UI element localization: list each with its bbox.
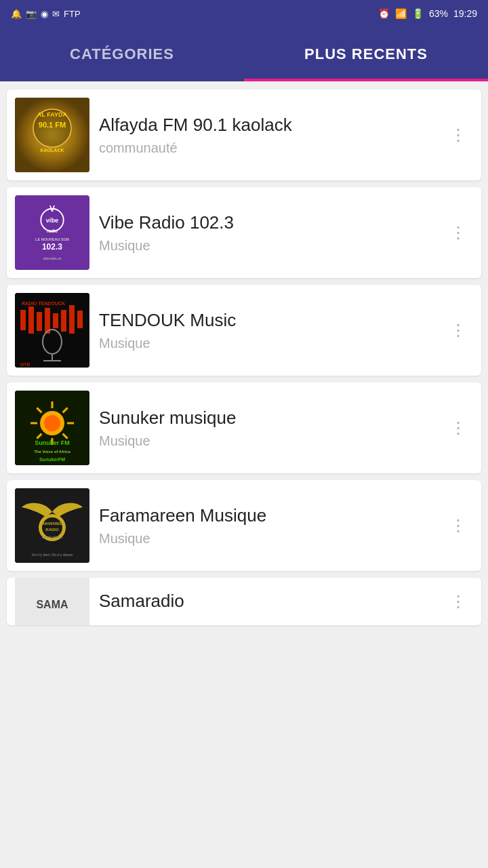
- svg-rect-22: [77, 311, 83, 328]
- svg-rect-15: [20, 310, 26, 330]
- station-info-alfayda: Alfayda FM 90.1 kaolack communauté: [89, 114, 445, 157]
- time: 19:29: [453, 8, 477, 19]
- tab-bar: CATÉGORIES PLUS RECENTS: [0, 27, 488, 81]
- svg-rect-17: [37, 312, 42, 331]
- list-item[interactable]: SAMA Samaradio ⋮: [7, 578, 481, 625]
- more-menu-button[interactable]: ⋮: [445, 219, 472, 246]
- more-menu-button[interactable]: ⋮: [445, 414, 472, 441]
- camera-icon: 📷: [26, 9, 37, 19]
- svg-text:RADIO: RADIO: [45, 528, 59, 532]
- svg-text:102.3: 102.3: [42, 242, 62, 252]
- svg-text:UYE: UYE: [20, 362, 30, 367]
- svg-text:FARAMAREEN: FARAMAREEN: [40, 521, 64, 526]
- station-title: Faramareen Musique: [99, 505, 435, 528]
- alarm-icon: ⏰: [378, 8, 390, 19]
- svg-point-37: [44, 415, 60, 431]
- notification-icon: 🔔: [11, 9, 22, 19]
- station-logo-alfayda: AL FAYDA 90.1 FM KAOLACK: [15, 98, 89, 172]
- station-info-faramareen: Faramareen Musique Musique: [89, 505, 445, 547]
- svg-text:KAOLACK: KAOLACK: [41, 148, 64, 153]
- ftp-icon: FTP: [64, 9, 81, 19]
- list-item[interactable]: FARAMAREEN RADIO On n'y dort... On n'y d…: [7, 480, 481, 571]
- station-title: Sunuker musique: [99, 407, 435, 430]
- station-info-samaradio: Samaradio: [89, 590, 445, 613]
- list-item[interactable]: RADIO TENDOUCK UYE TENDOUK Music Musique…: [7, 285, 481, 376]
- station-logo-samaradio: SAMA: [15, 578, 89, 625]
- more-menu-button[interactable]: ⋮: [445, 512, 472, 539]
- svg-text:vibe: vibe: [46, 217, 59, 224]
- station-logo-sunuker: Sunuker FM The Voice of Africa SunukerFM: [15, 391, 89, 465]
- station-logo-tendouk: RADIO TENDOUCK UYE: [15, 293, 89, 368]
- wifi-icon: 📶: [395, 8, 407, 19]
- station-logo-faramareen: FARAMAREEN RADIO On n'y dort... On n'y d…: [15, 488, 89, 563]
- svg-rect-21: [69, 305, 75, 334]
- svg-rect-20: [61, 310, 66, 332]
- svg-text:AL FAYDA: AL FAYDA: [37, 111, 68, 118]
- station-info-tendouk: TENDOUK Music Musique: [89, 309, 445, 352]
- station-category: Musique: [99, 433, 435, 449]
- tab-plus-recents[interactable]: PLUS RECENTS: [244, 27, 488, 81]
- list-item[interactable]: V vibe radio LE NOUVEAU SON 102.3 vibera…: [7, 187, 481, 278]
- list-item[interactable]: AL FAYDA 90.1 FM KAOLACK Alfayda FM 90.1…: [7, 90, 481, 180]
- station-category: Musique: [99, 531, 435, 547]
- more-menu-button[interactable]: ⋮: [445, 588, 472, 615]
- battery-icon: 🔋: [412, 8, 424, 19]
- station-info-vibe: Vibe Radio 102.3 Musique: [89, 212, 445, 254]
- battery-percent: 63%: [429, 8, 448, 19]
- tab-categories[interactable]: CATÉGORIES: [0, 27, 244, 81]
- station-category: communauté: [99, 140, 435, 156]
- svg-text:RADIO TENDOUCK: RADIO TENDOUCK: [22, 301, 65, 306]
- svg-text:radio: radio: [47, 229, 58, 233]
- svg-rect-16: [28, 307, 34, 334]
- svg-text:Sunuker FM: Sunuker FM: [35, 439, 70, 446]
- svg-text:SunukerFM: SunukerFM: [39, 457, 65, 462]
- station-title: TENDOUK Music: [99, 309, 435, 332]
- svg-text:90.1 FM: 90.1 FM: [39, 121, 66, 129]
- station-title: Alfayda FM 90.1 kaolack: [99, 114, 435, 137]
- svg-rect-19: [53, 313, 58, 328]
- station-title: Samaradio: [99, 590, 435, 613]
- list-item[interactable]: Sunuker FM The Voice of Africa SunukerFM…: [7, 382, 481, 473]
- station-category: Musique: [99, 336, 435, 351]
- station-title: Vibe Radio 102.3: [99, 212, 435, 235]
- station-logo-vibe: V vibe radio LE NOUVEAU SON 102.3 vibera…: [15, 195, 89, 270]
- station-category: Musique: [99, 238, 435, 254]
- svg-text:SAMA: SAMA: [36, 599, 68, 610]
- chrome-icon: ◉: [41, 9, 48, 19]
- more-menu-button[interactable]: ⋮: [445, 317, 472, 344]
- email-icon: ✉: [52, 9, 60, 19]
- radio-list: AL FAYDA 90.1 FM KAOLACK Alfayda FM 90.1…: [0, 81, 488, 633]
- status-bar: 🔔 📷 ◉ ✉ FTP ⏰ 📶 🔋 63% 19:29: [0, 0, 488, 27]
- station-info-sunuker: Sunuker musique Musique: [89, 407, 445, 450]
- svg-text:The Voice of Africa: The Voice of Africa: [34, 450, 70, 454]
- svg-text:viberadio.sn: viberadio.sn: [43, 257, 61, 260]
- svg-text:LE NOUVEAU SON: LE NOUVEAU SON: [35, 237, 69, 241]
- more-menu-button[interactable]: ⋮: [445, 121, 472, 149]
- svg-text:On n'y dort...: On n'y dort...: [42, 535, 63, 539]
- svg-text:On n'y dort, On n'y danse: On n'y dort, On n'y danse: [32, 553, 73, 557]
